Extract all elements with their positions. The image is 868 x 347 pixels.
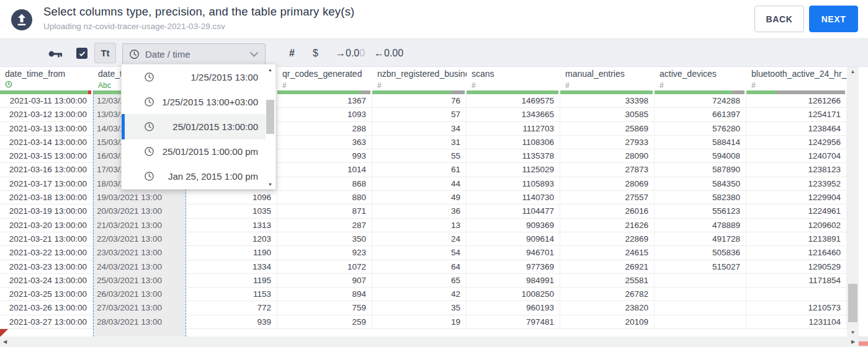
cell: 587890: [655, 163, 746, 177]
back-button[interactable]: BACK: [754, 6, 804, 32]
column-name: date_time_from: [5, 69, 93, 79]
cell: 1104477: [467, 204, 560, 218]
format-option[interactable]: Jan 25, 2015 1:00 pm: [122, 164, 266, 189]
primary-key-icon[interactable]: [48, 50, 63, 61]
cell: 27933: [560, 136, 655, 149]
column-name: qr_codes_generated: [282, 69, 372, 79]
text-type-button[interactable]: Tt: [94, 43, 116, 63]
cell: 1140730: [467, 191, 560, 204]
boolean-type-checkbox[interactable]: [76, 48, 87, 59]
cell: 594008: [655, 149, 746, 163]
page-subtitle: Uploading nz-covid-tracer-usage-2021-03-…: [43, 22, 354, 31]
column-header-scans[interactable]: scans#: [467, 67, 560, 90]
scroll-down-icon[interactable]: ▼: [847, 328, 859, 336]
cell: 26/03/2021 13:00: [93, 288, 186, 301]
table-row: 2021-03-26 13:00:0027/03/2021 13:0077275…: [0, 301, 847, 315]
cell: 1035: [186, 204, 277, 218]
format-option-label: 25/01/2015 13:00:00: [154, 121, 258, 132]
cell: 22869: [560, 232, 655, 246]
cell: 28/03/2021 13:00: [93, 315, 186, 329]
datetime-format-select[interactable]: Date / time: [122, 43, 266, 64]
vertical-scrollbar[interactable]: ▲ ▼: [847, 67, 859, 336]
column-name: scans: [472, 69, 560, 79]
column-type-indicator: Abc: [98, 82, 111, 89]
cell: 28090: [560, 149, 655, 163]
cell: 21626: [560, 219, 655, 232]
cell: 1171854: [746, 274, 847, 288]
scroll-right-icon[interactable]: ▶: [848, 336, 858, 347]
cell: 55: [372, 149, 467, 163]
column-name: nzbn_registered_busine: [377, 69, 467, 79]
dropdown-scrollbar-thumb[interactable]: [266, 100, 274, 134]
cell: 2021-03-27 13:00:00: [0, 315, 93, 329]
cell: 2021-03-15 13:00:00: [0, 149, 93, 163]
cell: 2021-03-26 13:00:00: [0, 301, 93, 315]
column-name: bluetooth_active_24_hr_: [751, 69, 847, 79]
cell: 588414: [655, 136, 746, 149]
cell: 363: [277, 136, 372, 149]
cell: 2021-03-19 13:00:00: [0, 204, 93, 218]
column-header-date_time_from[interactable]: date_time_from: [0, 67, 93, 90]
upload-icon: [11, 9, 33, 31]
format-option[interactable]: 25/01/2015 13:00:00: [122, 114, 266, 139]
cell: 871: [277, 204, 372, 218]
column-header-manual_entries[interactable]: manual_entries#: [560, 67, 655, 90]
format-option-label: 1/25/2015 13:00: [154, 72, 258, 82]
horizontal-scrollbar[interactable]: ◀ ▶: [0, 336, 858, 347]
clock-icon: [129, 49, 140, 59]
number-type-button[interactable]: #: [289, 39, 295, 68]
cell: 57: [372, 108, 467, 121]
increase-precision-button[interactable]: ←0.00: [374, 39, 403, 68]
cell: 1313: [186, 219, 277, 232]
next-button[interactable]: NEXT: [809, 6, 858, 32]
table-row: 2021-03-21 13:00:0022/03/2021 13:0012033…: [0, 232, 847, 246]
cell: 772: [186, 301, 277, 315]
column-name: manual_entries: [565, 69, 655, 79]
cell: 1008250: [467, 288, 560, 301]
cell: 1240704: [746, 149, 847, 163]
format-option[interactable]: 25/01/2015 1:00:00 pm: [122, 139, 266, 164]
cell: 76: [372, 94, 467, 108]
clock-icon: [144, 121, 154, 132]
cell: 907: [277, 274, 372, 288]
clock-icon: [5, 81, 12, 89]
cell: 259: [277, 315, 372, 329]
decrease-precision-label: →0.0: [336, 48, 359, 59]
cell: 491728: [655, 232, 746, 246]
cell: 350: [277, 232, 372, 246]
cell: 19: [372, 315, 467, 329]
column-header-nzbn_registered_busine[interactable]: nzbn_registered_busine#: [372, 67, 467, 90]
cell: 515027: [655, 260, 746, 274]
scroll-up-icon[interactable]: ▲: [847, 67, 859, 76]
cell: [655, 315, 746, 329]
page-title: Select columns type, precision, and the …: [43, 5, 354, 19]
vertical-scrollbar-thumb[interactable]: [848, 284, 857, 322]
cell: 288: [277, 122, 372, 136]
cell: 54: [372, 246, 467, 260]
dropdown-scroll-up-icon[interactable]: ▲: [266, 66, 275, 73]
scroll-left-icon[interactable]: ◀: [0, 336, 10, 347]
cell: 19/03/2021 13:00: [93, 191, 186, 204]
format-option[interactable]: 1/25/2015 13:00+03:00: [122, 89, 266, 114]
cell: [655, 301, 746, 315]
check-icon: [78, 50, 86, 58]
cell: 1072: [277, 260, 372, 274]
column-header-bluetooth_active_24_hr_[interactable]: bluetooth_active_24_hr_#: [746, 67, 847, 90]
currency-type-button[interactable]: $: [313, 39, 318, 68]
decrease-precision-muted: 0: [359, 48, 365, 59]
dropdown-scrollbar[interactable]: ▲ ▼: [266, 66, 275, 188]
column-header-active_devices[interactable]: active_devices#: [655, 67, 746, 90]
format-option[interactable]: 1/25/2015 13:00: [122, 64, 266, 89]
dropdown-scroll-down-icon[interactable]: ▼: [266, 180, 275, 188]
cell: 21/03/2021 13:00: [93, 219, 186, 232]
datetime-format-dropdown: 1/25/2015 13:001/25/2015 13:00+03:0025/0…: [121, 64, 276, 190]
cell: 22/03/2021 13:00: [93, 232, 186, 246]
chevron-down-icon: [249, 51, 259, 57]
cell: 27873: [560, 163, 655, 177]
table-row: 2021-03-24 13:00:0025/03/2021 13:0011959…: [0, 274, 847, 288]
cell: 287: [277, 219, 372, 232]
decrease-precision-button[interactable]: →0.00: [336, 39, 365, 68]
column-header-qr_codes_generated[interactable]: qr_codes_generated#: [277, 67, 372, 90]
cell: 25869: [560, 122, 655, 136]
column-type-indicator: #: [751, 82, 756, 89]
